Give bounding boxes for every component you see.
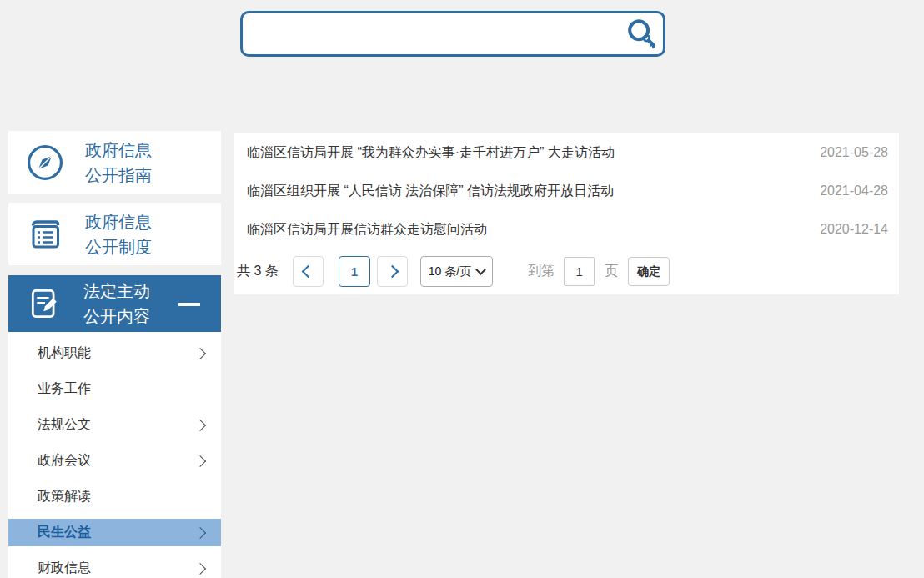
submenu-item-label: 政策解读 [38, 488, 91, 505]
submenu-item-label: 政府会议 [38, 452, 91, 470]
news-title-link[interactable]: 临淄区组织开展 “人民信访 法治保障” 信访法规政府开放日活动 [247, 183, 614, 200]
sidebar-item-system[interactable]: 政府信息公开制度 [8, 203, 221, 265]
sidebar-item-statutory-disclosure[interactable]: 法定主动公开内容 [8, 275, 221, 332]
news-date: 2021-05-28 [820, 145, 888, 160]
collapse-minus-icon[interactable] [178, 303, 200, 306]
news-list-row: 临淄区信访局开展 “我为群众办实事·走千村进万户” 大走访活动 2021-05-… [234, 133, 899, 172]
clipboard-pencil-icon [27, 285, 63, 322]
sidebar-item-label: 政府信息公开指南 [85, 138, 152, 188]
sidebar-item-label: 法定主动公开内容 [83, 279, 150, 329]
book-icon [25, 214, 65, 254]
pagination-bar: 共 3 条 1 10 条/页 到第 页 确定 [234, 249, 899, 294]
submenu-item-label: 法规公文 [38, 416, 91, 434]
chevron-right-icon [194, 455, 206, 466]
goto-page-unit-label: 页 [605, 263, 618, 280]
sidebar-submenu-item[interactable]: 机构职能 [8, 335, 221, 371]
sidebar-submenu-item[interactable]: 政策解读 [8, 479, 221, 515]
submenu-item-label: 机构职能 [38, 344, 91, 362]
goto-page-label: 到第 [528, 263, 555, 280]
news-list-panel: 临淄区信访局开展 “我为群众办实事·走千村进万户” 大走访活动 2021-05-… [234, 133, 899, 294]
sidebar-submenu-item[interactable]: 民生公益 [8, 515, 221, 550]
sidebar-submenu: 机构职能 业务工作 法规公文 政府会议 政策解读 民生公益 财政信息 [8, 332, 221, 578]
chevron-left-icon [302, 265, 315, 279]
magnifier-key-icon [624, 17, 659, 52]
compass-icon [25, 143, 65, 183]
submenu-item-label: 财政信息 [38, 560, 91, 577]
news-list-row: 临淄区信访局开展信访群众走访慰问活动 2020-12-14 [234, 210, 899, 249]
chevron-right-icon [386, 265, 399, 279]
sidebar-submenu-item[interactable]: 财政信息 [8, 550, 221, 578]
prev-page-button[interactable] [293, 256, 324, 287]
search-bar [240, 11, 665, 57]
news-list-row: 临淄区组织开展 “人民信访 法治保障” 信访法规政府开放日活动 2021-04-… [234, 172, 899, 210]
sidebar-item-guide[interactable]: 政府信息公开指南 [8, 131, 221, 194]
news-date: 2021-04-28 [820, 183, 888, 199]
page: 政府信息公开指南 政府信息公开制度 法定主动公开内容 机构职能 [0, 0, 924, 578]
search-input[interactable] [243, 13, 620, 54]
chevron-right-icon [194, 419, 206, 430]
submenu-item-label: 民生公益 [38, 524, 91, 541]
chevron-right-icon [194, 347, 206, 359]
news-title-link[interactable]: 临淄区信访局开展 “我为群众办实事·走千村进万户” 大走访活动 [247, 144, 615, 162]
sidebar-item-label: 政府信息公开制度 [85, 209, 152, 259]
sidebar-submenu-item[interactable]: 业务工作 [8, 371, 221, 407]
news-title-link[interactable]: 临淄区信访局开展信访群众走访慰问活动 [247, 221, 487, 239]
page-size-select[interactable]: 10 条/页 [420, 256, 493, 287]
total-count-label: 共 3 条 [237, 263, 279, 280]
confirm-button[interactable]: 确定 [628, 257, 670, 286]
next-page-button[interactable] [377, 256, 408, 287]
page-1-button[interactable]: 1 [339, 256, 370, 287]
goto-page-input[interactable] [564, 257, 595, 286]
news-date: 2020-12-14 [820, 222, 888, 237]
sidebar-submenu-item[interactable]: 政府会议 [8, 443, 221, 479]
page-size-value: 10 条/页 [429, 264, 471, 279]
sidebar-submenu-item[interactable]: 法规公文 [8, 407, 221, 443]
chevron-right-icon [194, 526, 206, 538]
chevron-down-icon [475, 264, 486, 275]
submenu-item-label: 业务工作 [38, 380, 91, 398]
search-button[interactable] [620, 13, 663, 54]
chevron-right-icon [194, 562, 206, 574]
